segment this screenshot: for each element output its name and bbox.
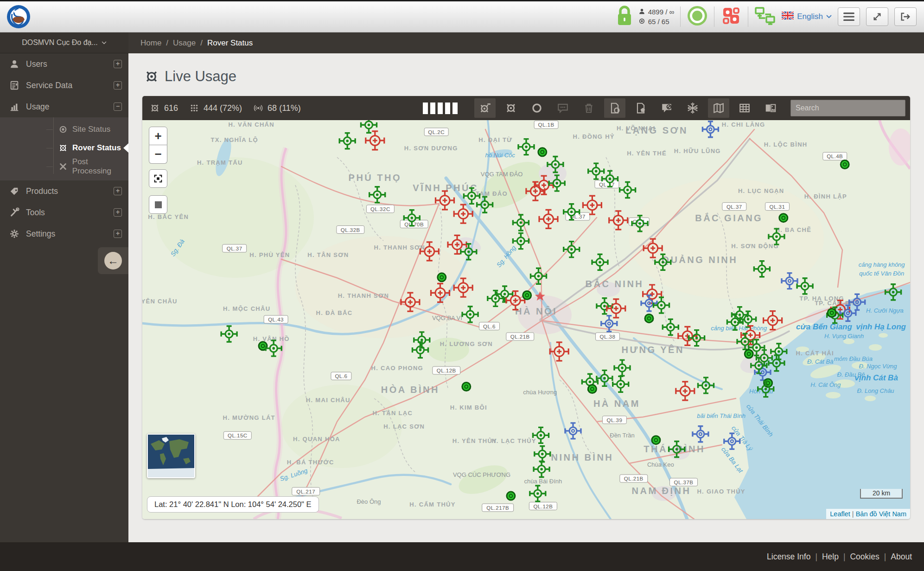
sidebar-item-site-status[interactable]: Site Status — [0, 120, 128, 139]
rover-marker-d[interactable] — [538, 148, 547, 156]
footer-link-help[interactable]: Help — [822, 552, 839, 562]
rover-marker-d[interactable] — [652, 436, 660, 444]
collapse-icon[interactable]: − — [114, 103, 122, 111]
breadcrumb-item-rover-status[interactable]: Rover Status — [207, 38, 253, 48]
minimap[interactable] — [147, 434, 195, 478]
filter-site-button[interactable] — [526, 98, 548, 118]
zoom-in-button[interactable]: + — [149, 127, 167, 145]
account-name: DOSMVN Cục Đo đạ... — [22, 38, 98, 47]
sidebar-item-users[interactable]: Users+ — [0, 53, 128, 75]
map-label: H. YÊN THỦY — [452, 437, 497, 444]
sidebar-item-usage[interactable]: Usage− — [0, 96, 128, 117]
person-icon — [638, 8, 645, 15]
rover-marker-d[interactable] — [745, 350, 753, 358]
table-view-button[interactable] — [734, 98, 755, 118]
expand-icon[interactable]: + — [114, 208, 122, 217]
map-label: cảng biển Hải Phòng — [711, 325, 767, 332]
leaflet-link[interactable]: Leaflet — [830, 510, 850, 518]
network-nodes-icon[interactable] — [754, 6, 776, 27]
sidebar-item-rover-status[interactable]: Rover Status — [0, 139, 128, 157]
block-message-button[interactable] — [656, 98, 677, 118]
collapse-sidebar-button[interactable]: ← — [104, 252, 122, 269]
map[interactable]: LẠNG SƠNPHÚ THỌVĨNH PHÚCBẮC GIANGQUẢNG N… — [142, 120, 910, 519]
report-polygon-button[interactable] — [630, 98, 651, 118]
search-input[interactable] — [790, 100, 905, 116]
footer-separator: | — [884, 552, 886, 562]
road-label-chip: QL.6 — [479, 322, 500, 330]
road-label-chip: QL.6 — [331, 372, 351, 380]
zoom-out-button[interactable]: − — [149, 145, 167, 164]
footer-link-cookies[interactable]: Cookies — [850, 552, 879, 562]
map-canvas[interactable]: LẠNG SƠNPHÚ THỌVĨNH PHÚCBẮC GIANGQUẢNG N… — [142, 120, 910, 519]
map-label: H. Vụng Gianh — [824, 333, 864, 340]
map-fullscreen-button[interactable] — [149, 169, 167, 188]
sidebar-item-post-processing[interactable]: Post Processing — [0, 157, 128, 176]
map-label: H. THANH SƠN — [338, 292, 389, 299]
expand-icon[interactable]: + — [114, 81, 122, 90]
map-view-button[interactable] — [708, 98, 729, 118]
tools-icon — [9, 207, 19, 218]
breadcrumb-item-usage[interactable]: Usage — [173, 38, 196, 48]
map-label: PHÚ THỌ — [349, 172, 402, 183]
expand-icon[interactable]: + — [114, 230, 122, 238]
account-selector[interactable]: DOSMVN Cục Đo đạ... — [0, 32, 128, 53]
footer-link-about[interactable]: About — [891, 552, 912, 562]
rover-marker-d[interactable] — [779, 214, 788, 222]
road-label-chip: QL.32B — [337, 226, 364, 234]
rover-marker-d[interactable] — [507, 492, 515, 500]
messages-button[interactable] — [552, 98, 574, 118]
level-bar — [430, 103, 435, 114]
hamburger-icon — [843, 12, 854, 21]
status-ring-icon[interactable] — [687, 5, 708, 28]
svg-text:QL.217B: QL.217B — [486, 505, 509, 511]
road-label-chip: QL.38 — [596, 333, 620, 340]
sidebar-item-settings[interactable]: Settings+ — [0, 223, 128, 244]
svg-text:QL.21B: QL.21B — [624, 476, 644, 481]
rover-icon — [150, 103, 160, 113]
user-count: 4899 / ∞ — [648, 8, 675, 16]
rover-marker-d[interactable] — [828, 308, 836, 317]
rtk-network-icon[interactable] — [720, 5, 742, 28]
sidebar-item-tools[interactable]: Tools+ — [0, 202, 128, 223]
map-label: bãi biển Thái Bình — [697, 412, 746, 419]
language-selector[interactable]: English — [782, 12, 832, 22]
rover-marker-d[interactable] — [462, 383, 471, 391]
rover-marker-d[interactable] — [588, 385, 596, 393]
map-label: H. MỘC CHÂU — [223, 305, 270, 312]
map-label: HÀ NAM — [593, 398, 640, 409]
chat-block-icon — [661, 102, 673, 114]
logout-button[interactable] — [894, 7, 917, 26]
delete-button[interactable] — [578, 98, 599, 118]
basemap-link[interactable]: Bản đồ Việt Nam — [856, 510, 906, 518]
breadcrumb-item-home[interactable]: Home — [140, 38, 161, 48]
sidebar-item-products[interactable]: Products+ — [0, 180, 128, 202]
map-label: VQG CÚC PHƯƠNG — [453, 471, 510, 478]
footer-link-license-info[interactable]: License Info — [767, 552, 810, 562]
filter-rover-button[interactable] — [500, 98, 522, 118]
separator — [714, 6, 714, 27]
rover-marker-d[interactable] — [438, 273, 446, 282]
map-label: NAM ĐỊNH — [632, 486, 691, 496]
report-circle-button[interactable] — [604, 98, 625, 118]
svg-text:QL.21B: QL.21B — [510, 334, 530, 340]
split-view-button[interactable] — [760, 98, 781, 118]
xmark-icon — [58, 162, 68, 171]
fullscreen-button[interactable] — [866, 7, 888, 26]
content-area: Live Usage 616444 (72%)68 (11%) — [128, 53, 924, 542]
freeze-button[interactable] — [682, 98, 703, 118]
svg-text:QL.2C: QL.2C — [428, 129, 445, 135]
sidebar-item-service-data[interactable]: Service Data+ — [0, 75, 128, 96]
draw-extent-button[interactable] — [149, 195, 167, 214]
expand-icon[interactable]: + — [114, 60, 122, 68]
rover-marker-d[interactable] — [841, 160, 849, 169]
rover-marker-d[interactable] — [523, 291, 531, 300]
expand-icon[interactable]: + — [114, 187, 122, 195]
filter-rover-remove-button[interactable] — [474, 98, 496, 118]
map-label: hồ Núi Cốc — [485, 152, 516, 159]
file-pent-icon — [635, 102, 647, 114]
rover-marker-d[interactable] — [645, 314, 653, 322]
map-label: mỏm Đầu Búa — [834, 355, 873, 362]
menu-button[interactable] — [838, 7, 860, 26]
ring-icon — [638, 18, 645, 25]
road-label-chip: QL.37B — [670, 478, 698, 486]
